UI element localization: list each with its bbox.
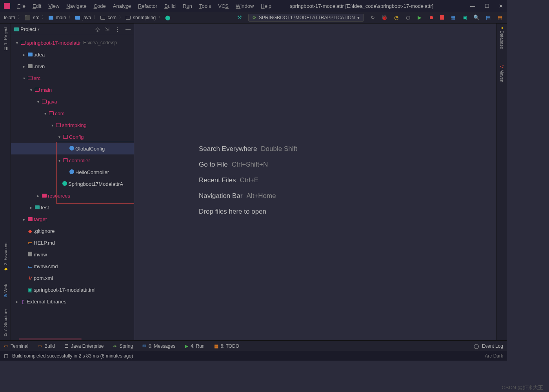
menu-analyze[interactable]: Analyze — [113, 3, 131, 9]
tree-main[interactable]: ▾ main — [11, 84, 134, 96]
project-tree: ▾ springboot-17-modelattr E:\idea_code\s… — [11, 35, 134, 309]
event-log-button[interactable]: Event Log — [482, 343, 503, 349]
bc-main[interactable]: main — [56, 15, 66, 20]
editor-hints: Search EverywhereDouble Shift Go to File… — [199, 145, 297, 223]
scrollbar-horizontal[interactable] — [19, 338, 82, 340]
profile-icon[interactable]: ◷ — [405, 15, 411, 21]
tree-resources[interactable]: ▸ resources — [11, 190, 134, 201]
theme-label: Arc Dark — [485, 353, 503, 359]
bc-shrimpking[interactable]: shrimpking — [133, 15, 156, 20]
hint-drop: Drop files here to open — [199, 208, 297, 216]
windows-icon[interactable]: ◫ — [4, 353, 8, 359]
tree-test[interactable]: ▸ test — [11, 201, 134, 213]
hide-icon[interactable]: — — [125, 26, 131, 32]
tree-target[interactable]: ▸ target — [11, 213, 134, 225]
maximize-button[interactable]: ☐ — [485, 3, 489, 9]
menu-vcs[interactable]: VCS — [218, 3, 229, 9]
right-tool-gutter: ≡Database VMaven — [496, 24, 507, 340]
tab-favorites[interactable]: ★2: Favorites — [3, 243, 8, 272]
tree-src[interactable]: ▾ src — [11, 72, 134, 84]
tab-messages[interactable]: ✉0: Messages — [142, 343, 175, 349]
tree-pomxml[interactable]: V pom.xml — [11, 272, 134, 284]
bc-java[interactable]: java — [82, 15, 91, 20]
close-button[interactable]: ✕ — [499, 3, 503, 9]
menu-edit[interactable]: Edit — [33, 3, 41, 9]
tree-shrimpking[interactable]: ▾ shrimpking — [11, 119, 134, 131]
sidebar-title[interactable]: Project ▾ — [14, 26, 40, 32]
tab-java-enterprise[interactable]: ☰Java Enterprise — [64, 343, 104, 349]
menu-build[interactable]: Build — [164, 3, 176, 9]
tree-extlib[interactable]: ▸▯ External Libraries — [11, 296, 134, 307]
settings-icon[interactable]: ⋮ — [115, 26, 120, 32]
stop-icon[interactable] — [440, 15, 444, 20]
status-text: Build completed successfully in 2 s 83 m… — [12, 353, 133, 359]
debug-icon[interactable]: 🐞 — [381, 15, 387, 21]
menu-file[interactable]: File — [17, 3, 25, 9]
menu-tools[interactable]: Tools — [199, 3, 211, 9]
tree-idea[interactable]: ▸ .idea — [11, 49, 134, 60]
tab-maven[interactable]: VMaven — [500, 65, 504, 82]
collapse-icon[interactable]: ⇲ — [105, 26, 109, 32]
status-bar: ◫ Build completed successfully in 2 s 83… — [0, 351, 507, 361]
chevron-down-icon: ▾ — [357, 15, 360, 20]
app-logo-icon — [4, 3, 10, 9]
editor-area: Search EverywhereDouble Shift Go to File… — [134, 24, 496, 340]
tab-web[interactable]: ⊕Web — [3, 284, 8, 298]
menu-refactor[interactable]: Refactor — [138, 3, 157, 9]
menu-view[interactable]: View — [48, 3, 59, 9]
bc-com[interactable]: com — [107, 15, 116, 20]
tab-database[interactable]: ≡Database — [500, 27, 504, 49]
attach-icon[interactable]: ⏺ — [428, 15, 434, 21]
tree-app[interactable]: Springboot17ModelattrA — [11, 178, 134, 190]
tab-spring[interactable]: ❧Spring — [113, 343, 133, 349]
hint-recent: Recent FilesCtrl+E — [199, 176, 297, 184]
tree-mvnwcmd[interactable]: ▭ mvnw.cmd — [11, 260, 134, 272]
menu-navigate[interactable]: Navigate — [66, 3, 86, 9]
tab-run[interactable]: ▶4: Run — [185, 343, 204, 349]
coverage-icon[interactable]: ◔ — [393, 15, 399, 21]
tree-controller[interactable]: ▾ controller — [11, 154, 134, 166]
ext1-icon[interactable]: ▤ — [485, 15, 491, 21]
tree-gitignore[interactable]: ◆ .gitignore — [11, 225, 134, 237]
tree-hellocontroller[interactable]: HelloController — [11, 166, 134, 178]
bc-src[interactable]: src — [33, 15, 39, 20]
chevron-down-icon: ▾ — [38, 27, 40, 31]
menu-window[interactable]: Window — [236, 3, 254, 9]
tab-todo[interactable]: ▦6: TODO — [214, 343, 240, 349]
menu-run[interactable]: Run — [183, 3, 192, 9]
tab-project[interactable]: ◧1: Project — [3, 27, 8, 51]
bc-root[interactable]: lelattr — [4, 15, 15, 20]
bottom-tool-tabs: ▭Terminal ▭Build ☰Java Enterprise ❧Sprin… — [0, 340, 507, 351]
main-menu: File Edit View Navigate Code Analyze Ref… — [17, 3, 271, 9]
ext2-icon[interactable]: ▤ — [497, 15, 503, 21]
build-icon[interactable]: ⚒ — [236, 15, 243, 21]
folder-icon — [14, 27, 19, 31]
tree-java[interactable]: ▾ java — [11, 96, 134, 107]
event-log-icon[interactable]: ◯ — [474, 343, 479, 349]
window-controls: — ☐ ✕ — [470, 3, 503, 9]
tree-root[interactable]: ▾ springboot-17-modelattr E:\idea_code\s… — [11, 37, 134, 49]
update-icon[interactable]: ▣ — [462, 15, 468, 21]
search-icon[interactable]: 🔍 — [473, 15, 480, 21]
rerun-icon[interactable]: ↻ — [369, 15, 376, 21]
tree-helpmd[interactable]: ▭ HELP.md — [11, 237, 134, 249]
grid-icon[interactable]: ▦ — [450, 15, 456, 21]
tree-config[interactable]: ▾ Config — [11, 131, 134, 143]
tab-terminal[interactable]: ▭Terminal — [4, 343, 28, 349]
tree-globalconfig[interactable]: GlobalConfig — [11, 143, 134, 154]
run-configuration-selector[interactable]: ⟳ SPRINGBOOT17MODELATTRAPPLICATION ▾ — [248, 14, 364, 22]
tab-structure[interactable]: ⧉7: Structure — [3, 309, 8, 336]
target-icon[interactable]: ◎ — [95, 26, 100, 32]
menu-code[interactable]: Code — [94, 3, 106, 9]
tree-iml[interactable]: ▣ springboot-17-modelattr.iml — [11, 284, 134, 296]
minimize-button[interactable]: — — [470, 3, 475, 9]
tree-mvnw[interactable]: mvnw — [11, 249, 134, 260]
project-title: springboot-17-modelattr [E:\idea_code\sp… — [290, 3, 433, 9]
run-icon[interactable]: ▶ — [416, 15, 423, 21]
tree-mvn[interactable]: ▸ .mvn — [11, 60, 134, 72]
menu-help[interactable]: Help — [261, 3, 271, 9]
hint-gotofile: Go to FileCtrl+Shift+N — [199, 161, 297, 169]
left-tool-gutter: ◧1: Project ★2: Favorites ⊕Web ⧉7: Struc… — [0, 24, 11, 340]
tab-build[interactable]: ▭Build — [38, 343, 55, 349]
tree-com[interactable]: ▾ com — [11, 107, 134, 119]
